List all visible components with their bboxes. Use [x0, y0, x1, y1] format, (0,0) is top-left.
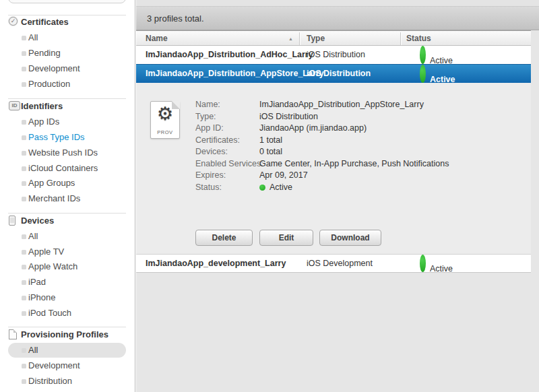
- bullet-icon: [22, 280, 26, 285]
- section-title: Provisioning Profiles: [21, 328, 108, 341]
- id-badge-icon: ID: [9, 101, 20, 110]
- sidebar-item-profiles-distribution[interactable]: Distribution: [0, 374, 135, 388]
- sort-ascending-icon[interactable]: ▲: [288, 31, 293, 46]
- status-dot-icon: [420, 46, 426, 64]
- status-dot-icon: [420, 65, 426, 83]
- toolbar-strip: [136, 0, 539, 7]
- sidebar-item-pass-type-ids[interactable]: Pass Type IDs: [0, 131, 135, 144]
- sidebar-item-app-ids[interactable]: App IDs: [0, 115, 135, 129]
- sidebar-divider: [8, 327, 126, 327]
- bullet-icon: [22, 36, 26, 40]
- detail-field-devices: Devices: 0 total: [136, 146, 531, 158]
- column-header-name[interactable]: Name: [146, 31, 168, 46]
- certificate-seal-icon: ✓: [9, 17, 18, 26]
- sidebar-item-iphone[interactable]: iPhone: [0, 291, 135, 304]
- bullet-icon: [22, 120, 26, 125]
- section-title: Devices: [21, 214, 54, 228]
- bullet-icon: [22, 311, 26, 316]
- sidebar-top-pill: [8, 0, 126, 3]
- bullet-icon: [22, 181, 26, 186]
- detail-field-name: Name: ImJiandaoApp_Distribution_AppStore…: [136, 99, 531, 111]
- profiles-count-text: 3 profiles total.: [147, 7, 204, 30]
- sidebar-item-profiles-all[interactable]: All: [0, 344, 135, 357]
- profile-status: Active: [420, 46, 453, 64]
- profile-name: ImJiandaoApp_Distribution_AppStore_Larry: [146, 65, 324, 83]
- table-row-selected[interactable]: ImJiandaoApp_Distribution_AppStore_Larry…: [136, 64, 531, 83]
- detail-field-certificates: Certificates: 1 total: [136, 135, 531, 147]
- column-divider: [400, 32, 401, 45]
- sidebar-item-website-push-ids[interactable]: Website Push IDs: [0, 146, 135, 160]
- sidebar-item-production[interactable]: Production: [0, 77, 135, 91]
- profile-status: Active: [420, 65, 455, 83]
- edit-button[interactable]: Edit: [259, 230, 313, 246]
- bullet-icon: [22, 348, 26, 353]
- summary-band: 3 profiles total.: [136, 7, 539, 30]
- profile-status: Active: [420, 255, 453, 272]
- profile-type: iOS Distribution: [307, 65, 371, 83]
- bullet-icon: [22, 51, 26, 56]
- detail-field-app-id: App ID: JiandaoApp (im.jiandao.app): [136, 123, 531, 135]
- bullet-icon: [22, 82, 26, 87]
- section-title: Certificates: [21, 15, 69, 29]
- detail-field-enabled-services: Enabled Services: Game Center, In-App Pu…: [136, 158, 531, 170]
- section-title: Identifiers: [21, 100, 63, 113]
- bullet-icon: [22, 265, 26, 269]
- download-button[interactable]: Download: [319, 230, 381, 246]
- table-header: Name ▲ Type Status: [136, 30, 531, 46]
- column-divider: [299, 32, 300, 45]
- device-phone-icon: [9, 216, 15, 226]
- sidebar-item-icloud-containers[interactable]: iCloud Containers: [0, 162, 135, 175]
- sidebar-divider: [8, 213, 126, 214]
- detail-field-status: Status: Active: [136, 182, 531, 194]
- bullet-icon: [22, 67, 26, 71]
- sidebar-item-devices-all[interactable]: All: [0, 230, 135, 243]
- bullet-icon: [22, 296, 26, 300]
- sidebar-item-ipad[interactable]: iPad: [0, 275, 135, 289]
- column-header-type[interactable]: Type: [307, 31, 325, 46]
- sidebar-divider: [8, 98, 126, 99]
- profile-type: iOS Distribution: [307, 46, 365, 64]
- detail-field-type: Type: iOS Distribution: [136, 111, 531, 123]
- sidebar-item-apple-tv[interactable]: Apple TV: [0, 245, 135, 259]
- bullet-icon: [22, 250, 26, 255]
- sidebar-item-ipod-touch[interactable]: iPod Touch: [0, 306, 135, 320]
- delete-button[interactable]: Delete: [195, 230, 253, 246]
- bullet-icon: [22, 379, 26, 384]
- detail-field-expires: Expires: Apr 09, 2017: [136, 170, 531, 182]
- sidebar: ✓ Certificates All Pending Development P…: [0, 0, 135, 392]
- status-dot-icon: [420, 255, 426, 272]
- profile-detail-panel: ⚙ PROV Name: ImJiandaoApp_Distribution_A…: [136, 83, 531, 254]
- bullet-icon: [22, 166, 26, 171]
- sidebar-item-profiles-development[interactable]: Development: [0, 359, 135, 372]
- profile-name: ImJiandaoApp_development_Larry: [146, 255, 286, 272]
- bullet-icon: [22, 234, 26, 239]
- column-header-status[interactable]: Status: [406, 31, 431, 46]
- sidebar-item-cert-development[interactable]: Development: [0, 62, 135, 75]
- bullet-icon: [22, 197, 26, 201]
- sidebar-item-certificates-all[interactable]: All: [0, 31, 135, 44]
- table-row[interactable]: ImJiandaoApp_Distribution_AdHoc_Larry iO…: [136, 46, 531, 64]
- sidebar-item-apple-watch[interactable]: Apple Watch: [0, 260, 135, 273]
- detail-fields: Name: ImJiandaoApp_Distribution_AppStore…: [136, 99, 531, 193]
- bullet-icon: [22, 364, 26, 368]
- sidebar-item-merchant-ids[interactable]: Merchant IDs: [0, 192, 135, 205]
- sidebar-item-pending[interactable]: Pending: [0, 46, 135, 60]
- table-row[interactable]: ImJiandaoApp_development_Larry iOS Devel…: [136, 254, 531, 273]
- sidebar-item-app-groups[interactable]: App Groups: [0, 176, 135, 190]
- document-icon: [9, 329, 17, 339]
- bullet-icon: [22, 135, 26, 140]
- bullet-icon: [22, 151, 26, 156]
- profile-type: iOS Development: [307, 255, 373, 272]
- profile-name: ImJiandaoApp_Distribution_AdHoc_Larry: [146, 46, 313, 64]
- status-dot-icon: [259, 185, 265, 191]
- main-content: 3 profiles total. Name ▲ Type Status ImJ…: [136, 0, 539, 392]
